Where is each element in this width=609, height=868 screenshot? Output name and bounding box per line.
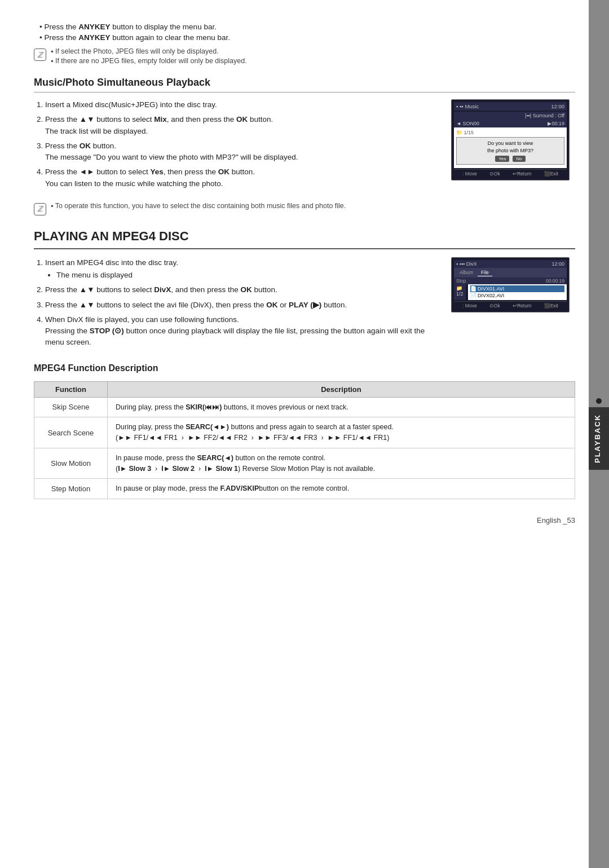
func-desc-skip: During play, press the SKIR(⏮⏭) buttons,… <box>108 397 575 417</box>
mpeg4-footer-ok: ⊙Ok <box>489 303 500 309</box>
mpeg4-section: PLAYING AN MPEG4 DISC Insert an MPEG4 di… <box>34 229 575 499</box>
music-note-text: To operate this function, you have to se… <box>51 202 346 212</box>
func-row-search: Search Scene During play, press the SEAR… <box>34 417 575 448</box>
intro-bullets: Press the ANYKEY button to display the m… <box>34 23 575 42</box>
intro-note-text: If select the Photo, JPEG files will onl… <box>51 47 247 67</box>
mpeg4-main-title: PLAYING AN MPEG4 DISC <box>34 229 575 249</box>
func-table-body: Skip Scene During play, press the SKIR(⏮… <box>34 397 575 499</box>
music-screen-topbar: ▪ ▪▪ Music 12:00 <box>454 102 567 111</box>
music-screen-footer: : Move ⊙Ok ↩Return ⬛Exit <box>454 169 567 178</box>
page-footer: English _53 <box>34 516 575 525</box>
mpeg4-tab-album: Album <box>456 269 476 276</box>
music-steps: Insert a Mixed disc(Music+JPEG) into the… <box>34 99 440 193</box>
note-icon: ℤ <box>34 49 46 61</box>
mpeg4-mock-screen: ▪ ▪▪▪ DivX 12:00 Album File Stop 00:00:1… <box>451 257 570 312</box>
music-footer-move: : Move <box>462 171 477 177</box>
mpeg4-counter: 📁1/2 <box>454 284 466 300</box>
func-name-step: Step Motion <box>34 479 108 499</box>
music-note-icon: ℤ <box>34 203 46 215</box>
music-footer-exit: ⬛Exit <box>544 171 558 177</box>
intro-section: Press the ANYKEY button to display the m… <box>34 23 575 67</box>
mpeg4-status-time: 00:00:19 <box>546 278 564 284</box>
music-step-2: Press the ▲▼ buttons to select Mix, and … <box>45 114 440 137</box>
music-step-3: Press the OK button. The message "Do you… <box>45 140 440 164</box>
func-name-skip: Skip Scene <box>34 397 108 417</box>
mpeg4-screen-time: 12:00 <box>551 261 564 267</box>
music-screen-content: 📁 1/15 Do you want to viewthe photo with… <box>454 127 567 168</box>
music-surround-bar: |▪▪| Surround : Off <box>454 112 567 120</box>
mpeg4-screenshot: ▪ ▪▪▪ DivX 12:00 Album File Stop 00:00:1… <box>451 257 575 352</box>
mpeg4-file-list: 📄 DIVX01.AVI 📄 DIVX02.AVI <box>468 284 567 300</box>
mpeg4-step-list: Insert an MPEG4 disc into the disc tray.… <box>34 257 440 349</box>
music-surround-val: |▪▪| Surround : Off <box>525 113 564 118</box>
music-track: ◄ SON00 <box>456 121 479 126</box>
func-table-head: Function Description <box>34 381 575 397</box>
func-col-description: Description <box>108 381 575 397</box>
mpeg4-footer-move: : Move <box>462 303 477 309</box>
anykey-bold-2: ANYKEY <box>78 33 110 42</box>
music-mock-screen: ▪ ▪▪ Music 12:00 |▪▪| Surround : Off ◄ S… <box>451 99 570 180</box>
mpeg4-step-3: Press the ▲▼ buttons to select the avi f… <box>45 299 440 311</box>
mpeg4-file-area: 📁1/2 📄 DIVX01.AVI 📄 DIVX02.AVI <box>454 284 567 300</box>
intro-note-line-2: If there are no JPEG files, empty folder… <box>51 57 247 65</box>
music-screen-time: 12:00 <box>551 103 564 109</box>
sidebar-label: PLAYBACK <box>589 407 609 470</box>
func-row-step: Step Motion In pause or play mode, press… <box>34 479 575 499</box>
mpeg4-tabs-row: Album File <box>454 268 567 277</box>
func-desc-step: In pause or play mode, press the F.ADV/S… <box>108 479 575 499</box>
mpeg4-status-label: Stop <box>456 278 466 284</box>
mpeg4-step-1-bullets: The menu is displayed <box>45 270 440 281</box>
func-name-search: Search Scene <box>34 417 108 448</box>
music-yes-button[interactable]: Yes <box>495 156 509 162</box>
page-content: Press the ANYKEY button to display the m… <box>23 0 586 558</box>
intro-bullet-2: Press the ANYKEY button again to clear t… <box>39 33 575 42</box>
func-desc-search: During play, press the SEARC(◄►) buttons… <box>108 417 575 448</box>
music-track-time: ▶00:19 <box>548 121 564 126</box>
music-screenshot: ▪ ▪▪ Music 12:00 |▪▪| Surround : Off ◄ S… <box>451 99 575 193</box>
music-footer-ok: ⊙Ok <box>489 171 500 177</box>
func-row-slow: Slow Motion In pause mode, press the SEA… <box>34 448 575 479</box>
mpeg4-file-row-1: 📄 DIVX01.AVI <box>470 285 564 292</box>
anykey-bold-1: ANYKEY <box>78 23 110 31</box>
music-note-line: To operate this function, you have to se… <box>51 202 346 210</box>
mpeg4-step-1: Insert an MPEG4 disc into the disc tray.… <box>45 257 440 281</box>
music-counter: 📁 1/15 <box>456 130 564 135</box>
music-track-bar: ◄ SON00 ▶00:19 <box>454 120 567 127</box>
func-table: Function Description Skip Scene During p… <box>34 381 575 500</box>
func-table-header-row: Function Description <box>34 381 575 397</box>
mpeg4-footer-return: ↩Return <box>513 303 532 309</box>
mpeg4-step-4: When DivX file is played, you can use fo… <box>45 314 440 349</box>
mpeg4-footer-exit: ⬛Exit <box>544 303 558 309</box>
mpeg4-step-2: Press the ▲▼ buttons to select DivX, and… <box>45 284 440 296</box>
music-footer-return: ↩Return <box>513 171 532 177</box>
mpeg4-screen-topbar: ▪ ▪▪▪ DivX 12:00 <box>454 260 567 268</box>
music-section: Music/Photo Simultaneous Playback Insert… <box>34 77 575 215</box>
intro-note-line-1: If select the Photo, JPEG files will onl… <box>51 47 247 55</box>
music-note: ℤ To operate this function, you have to … <box>34 202 575 215</box>
func-name-slow: Slow Motion <box>34 448 108 479</box>
mpeg4-steps: Insert an MPEG4 disc into the disc tray.… <box>34 257 440 352</box>
mpeg4-tab-file: File <box>478 269 492 276</box>
func-row-skip: Skip Scene During play, press the SKIR(⏮… <box>34 397 575 417</box>
music-dialog-buttons: Yes No <box>460 156 561 162</box>
music-no-button[interactable]: No <box>513 156 525 162</box>
mpeg4-file-row-2: 📄 DIVX02.AVI <box>470 292 564 299</box>
intro-note: ℤ If select the Photo, JPEG files will o… <box>34 47 575 67</box>
music-two-col: Insert a Mixed disc(Music+JPEG) into the… <box>34 99 575 193</box>
intro-bullet-1: Press the ANYKEY button to display the m… <box>39 23 575 31</box>
func-desc-slow: In pause mode, press the SEARC(◄) button… <box>108 448 575 479</box>
mpeg4-two-col: Insert an MPEG4 disc into the disc tray.… <box>34 257 575 352</box>
music-dialog: Do you want to viewthe photo with MP3? Y… <box>456 137 564 165</box>
func-col-function: Function <box>34 381 108 397</box>
mpeg4-screen-title: ▪ ▪▪▪ DivX <box>456 261 477 267</box>
mpeg4-menu-displayed: The menu is displayed <box>56 270 440 281</box>
music-step-list: Insert a Mixed disc(Music+JPEG) into the… <box>34 99 440 190</box>
music-section-title: Music/Photo Simultaneous Playback <box>34 77 575 92</box>
music-step-4: Press the ◄► button to select Yes, then … <box>45 166 440 190</box>
mpeg4-status-row: Stop 00:00:19 <box>454 277 567 284</box>
func-table-title: MPEG4 Function Description <box>34 363 575 373</box>
music-screen-title: ▪ ▪▪ Music <box>456 103 479 109</box>
sidebar: PLAYBACK <box>589 0 609 868</box>
music-step-1: Insert a Mixed disc(Music+JPEG) into the… <box>45 99 440 111</box>
mpeg4-screen-footer: : Move ⊙Ok ↩Return ⬛Exit <box>454 301 567 310</box>
